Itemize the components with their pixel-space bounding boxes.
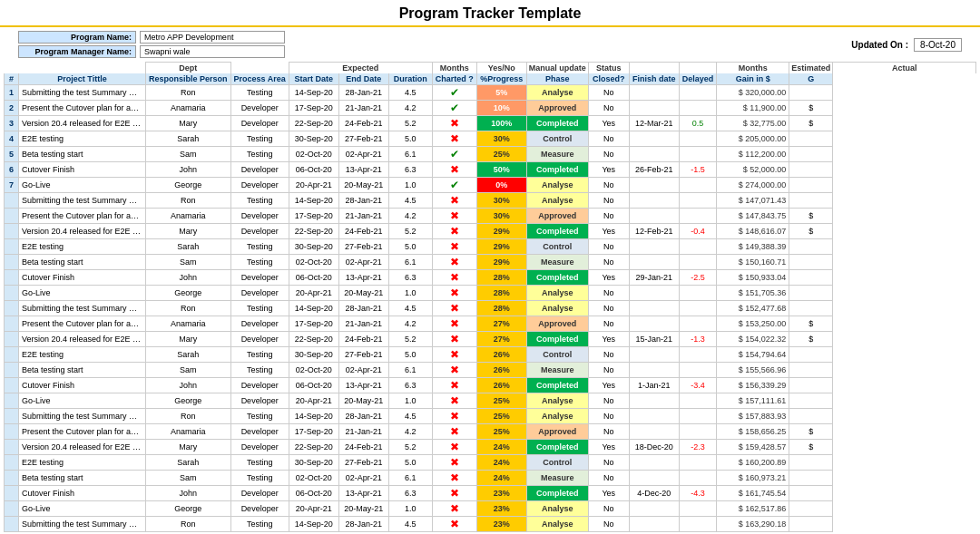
row-title: Version 20.4 released for E2E (End to En… — [19, 440, 146, 455]
row-progress: 23% — [476, 486, 526, 501]
program-name-label: Program Name: — [18, 31, 136, 44]
row-start: 30-Sep-20 — [289, 239, 338, 255]
row-duration: 4.2 — [388, 424, 432, 440]
row-area: Testing — [230, 471, 289, 486]
row-start: 06-Oct-20 — [289, 378, 338, 393]
updated-section: Updated On : 8-Oct-20 — [851, 38, 962, 52]
row-title: Present the Cutover plan for approval — [19, 424, 146, 440]
row-person: Anamaria — [146, 101, 231, 116]
row-finish — [629, 255, 679, 270]
col-finish: Finish date — [629, 73, 679, 85]
group-months2: Months — [717, 63, 789, 74]
row-gain: $ 159,428.57 — [717, 440, 789, 455]
row-duration: 4.5 — [388, 193, 432, 209]
row-area: Developer — [230, 501, 289, 517]
row-g — [789, 347, 833, 363]
col-end: End Date — [338, 73, 388, 85]
row-duration: 4.2 — [388, 101, 432, 116]
row-finish — [629, 101, 679, 116]
row-delayed — [679, 85, 717, 101]
row-area: Testing — [230, 131, 289, 147]
row-progress: 25% — [476, 393, 526, 409]
row-start: 06-Oct-20 — [289, 162, 338, 178]
row-finish — [629, 85, 679, 101]
row-title: Cutover Finish — [19, 270, 146, 286]
row-delayed — [679, 501, 717, 517]
row-progress: 26% — [476, 347, 526, 363]
row-end: 13-Apr-21 — [338, 378, 388, 393]
col-gain: Gain in $ — [717, 73, 789, 85]
row-phase: Approved — [526, 424, 588, 440]
row-gain: $ 158,656.25 — [717, 424, 789, 440]
row-gain: $ 153,250.00 — [717, 316, 789, 332]
row-g: $ — [789, 224, 833, 239]
row-closed: No — [588, 301, 629, 316]
row-charted: ✔ — [432, 147, 476, 162]
row-duration: 6.3 — [388, 486, 432, 501]
row-start: 17-Sep-20 — [289, 424, 338, 440]
row-finish — [629, 455, 679, 471]
row-title: E2E testing — [19, 131, 146, 147]
table-row: 3Version 20.4 released for E2E (End to E… — [5, 116, 976, 131]
table-row: Cutover FinishJohnDeveloper06-Oct-2013-A… — [5, 378, 976, 393]
table-row: 2Present the Cutover plan for approvalAn… — [5, 101, 976, 116]
row-num — [5, 424, 19, 440]
row-start: 20-Apr-21 — [289, 178, 338, 193]
row-area: Testing — [230, 301, 289, 316]
row-end: 21-Jan-21 — [338, 209, 388, 224]
row-person: Anamaria — [146, 316, 231, 332]
row-delayed — [679, 178, 717, 193]
row-end: 02-Apr-21 — [338, 471, 388, 486]
row-finish: 29-Jan-21 — [629, 270, 679, 286]
row-num: 3 — [5, 116, 19, 131]
row-progress: 24% — [476, 440, 526, 455]
row-progress: 29% — [476, 255, 526, 270]
row-gain: $ 162,517.86 — [717, 501, 789, 517]
row-duration: 4.5 — [388, 409, 432, 424]
row-charted: ✖ — [432, 116, 476, 131]
row-person: John — [146, 486, 231, 501]
row-end: 02-Apr-21 — [338, 147, 388, 162]
row-area: Developer — [230, 270, 289, 286]
row-duration: 5.0 — [388, 131, 432, 147]
row-area: Developer — [230, 224, 289, 239]
table-row: Beta testing startSamTesting02-Oct-2002-… — [5, 363, 976, 378]
row-person: George — [146, 393, 231, 409]
row-gain: $ 52,000.00 — [717, 162, 789, 178]
row-area: Developer — [230, 378, 289, 393]
row-person: Sarah — [146, 239, 231, 255]
row-start: 30-Sep-20 — [289, 455, 338, 471]
table-row: Go-LiveGeorgeDeveloper20-Apr-2120-May-21… — [5, 393, 976, 409]
row-g — [789, 147, 833, 162]
table-row: Submitting the test Summary ReportRonTes… — [5, 409, 976, 424]
row-charted: ✔ — [432, 178, 476, 193]
row-charted: ✖ — [432, 440, 476, 455]
row-phase: Analyse — [526, 193, 588, 209]
row-title: Submitting the test Summary Report — [19, 517, 146, 532]
row-progress: 30% — [476, 193, 526, 209]
row-finish — [629, 239, 679, 255]
row-person: Sarah — [146, 455, 231, 471]
row-end: 28-Jan-21 — [338, 517, 388, 532]
table-row: E2E testingSarahTesting30-Sep-2027-Feb-2… — [5, 347, 976, 363]
row-phase: Completed — [526, 270, 588, 286]
col-g: G — [789, 73, 833, 85]
header-section: Program Name: Metro APP Development Prog… — [0, 27, 980, 62]
row-gain: $ 205,000.00 — [717, 131, 789, 147]
program-info: Program Name: Metro APP Development Prog… — [18, 31, 851, 58]
row-closed: No — [588, 147, 629, 162]
row-delayed: -4.3 — [679, 486, 717, 501]
row-charted: ✖ — [432, 301, 476, 316]
row-charted: ✖ — [432, 255, 476, 270]
table-row: 6Cutover FinishJohnDeveloper06-Oct-2013-… — [5, 162, 976, 178]
manager-value: Swapni wale — [140, 45, 285, 58]
row-title: E2E testing — [19, 239, 146, 255]
row-area: Testing — [230, 517, 289, 532]
row-delayed — [679, 363, 717, 378]
row-charted: ✖ — [432, 471, 476, 486]
row-num — [5, 409, 19, 424]
table-row: Submitting the test Summary ReportRonTes… — [5, 301, 976, 316]
col-num: # — [5, 73, 19, 85]
row-person: George — [146, 286, 231, 301]
group-status2 — [629, 63, 679, 74]
